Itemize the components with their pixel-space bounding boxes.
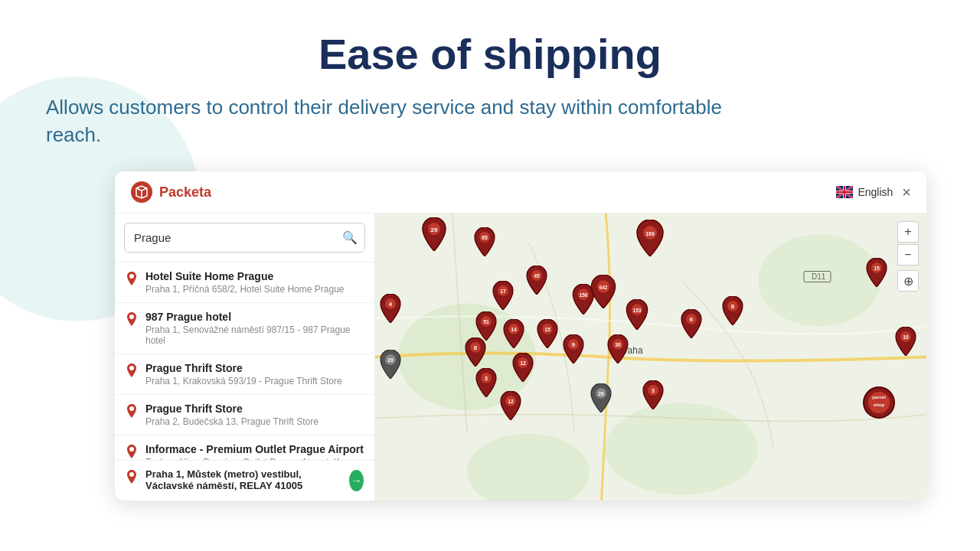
svg-text:15: 15 (874, 266, 880, 272)
location-icon (126, 272, 138, 287)
svg-text:158: 158 (580, 293, 588, 298)
shipping-widget: Packeta English × (115, 171, 926, 500)
map-pin[interactable]: 6 (680, 309, 703, 341)
packeta-logo: Packeta (130, 181, 211, 204)
map-pin[interactable]: 26 (590, 383, 612, 416)
svg-text:3: 3 (652, 388, 655, 395)
packeta-icon (130, 181, 153, 204)
svg-text:9: 9 (572, 342, 576, 349)
language-selector[interactable]: English (836, 186, 893, 198)
svg-text:6: 6 (690, 317, 694, 324)
page-subtitle: Allows customers to control their delive… (46, 93, 773, 149)
result-address: Praha 1, Krakovská 593/19 - Prague Thrif… (145, 376, 342, 386)
map-pin[interactable]: 10 (894, 327, 917, 359)
location-icon (126, 312, 138, 328)
map-pin[interactable]: 3 (475, 368, 498, 400)
map-pin[interactable]: 9 (562, 334, 585, 367)
zoom-in-button[interactable]: + (897, 221, 919, 243)
select-button[interactable]: → (349, 470, 364, 491)
map-panel[interactable]: • Praha D11 29 65 (375, 214, 926, 500)
map-pin[interactable]: 29 (379, 350, 402, 382)
svg-text:65: 65 (482, 236, 488, 241)
svg-text:153: 153 (633, 308, 642, 314)
uk-flag-icon (836, 186, 853, 198)
svg-text:3: 3 (485, 376, 488, 383)
map-pin[interactable]: 65 (473, 227, 496, 259)
svg-text:29: 29 (387, 358, 394, 364)
map-pin[interactable]: 8 (721, 296, 744, 328)
svg-text:642: 642 (599, 285, 608, 291)
svg-text:8: 8 (474, 345, 478, 352)
result-item[interactable]: 987 Prague hotel Praha 1, Senovážné námě… (115, 303, 374, 354)
results-list: Hotel Suite Home Prague Praha 1, Příčná … (115, 262, 374, 460)
result-name: 987 Prague hotel (145, 311, 364, 323)
result-address: Praha 1, Příčná 658/2, Hotel Suite Home … (145, 284, 344, 295)
packeta-brand-name: Packeta (159, 184, 211, 201)
map-pin[interactable]: 8 (464, 337, 487, 370)
svg-text:29: 29 (431, 227, 438, 233)
map-pin[interactable]: 4 (379, 294, 402, 326)
special-result-name: Praha 1, Můstek (metro) vestibul, Václav… (145, 468, 349, 491)
map-pin[interactable]: 15 (536, 319, 559, 351)
location-icon (126, 445, 138, 460)
result-item[interactable]: Informace - Premium Outlet Prague Airpor… (115, 435, 374, 460)
svg-text:8: 8 (731, 304, 735, 311)
svg-text:12: 12 (508, 399, 514, 405)
result-address: Praha 2, Budečská 13, Prague Thrift Stor… (145, 416, 318, 427)
map-pin[interactable]: 14 (502, 319, 525, 351)
result-item[interactable]: Hotel Suite Home Prague Praha 1, Příčná … (115, 262, 374, 303)
result-address: Praha 1, Senovážné náměstí 987/15 - 987 … (145, 324, 364, 346)
result-item[interactable]: Prague Thrift Store Praha 2, Budečská 13… (115, 395, 374, 435)
result-name: Prague Thrift Store (145, 362, 342, 374)
language-label: English (858, 186, 893, 198)
map-pin[interactable]: parcelshop (862, 386, 896, 427)
result-name: Hotel Suite Home Prague (145, 270, 344, 282)
map-pin[interactable]: 12 (499, 391, 522, 423)
svg-text:shop: shop (874, 403, 885, 407)
svg-text:10: 10 (903, 335, 909, 341)
search-icon: 🔍 (342, 230, 358, 245)
widget-header: Packeta English × (115, 171, 926, 214)
result-name: Prague Thrift Store (145, 403, 318, 415)
map-pin[interactable]: 45 (525, 266, 548, 298)
svg-text:45: 45 (534, 274, 540, 279)
map-pin[interactable]: 642 (590, 275, 617, 311)
location-icon (126, 470, 138, 485)
search-box: 🔍 (115, 214, 374, 262)
header-right: English × (836, 184, 911, 200)
svg-text:17: 17 (500, 289, 506, 295)
svg-text:15: 15 (544, 328, 550, 333)
svg-text:4: 4 (389, 302, 393, 308)
svg-text:12: 12 (520, 361, 526, 367)
svg-text:parcel: parcel (872, 395, 886, 399)
left-panel: 🔍 Hotel Suite Home Prague Praha 1, Příčn… (115, 214, 375, 500)
widget-body: 🔍 Hotel Suite Home Prague Praha 1, Příčn… (115, 214, 926, 500)
zoom-out-button[interactable]: − (897, 244, 919, 266)
map-pin[interactable]: 12 (511, 353, 534, 385)
map-pin[interactable]: 17 (492, 281, 514, 313)
result-item[interactable]: Prague Thrift Store Praha 1, Krakovská 5… (115, 354, 374, 395)
map-pin[interactable]: 3 (642, 380, 665, 412)
page-title: Ease of shipping (46, 31, 934, 78)
result-name: Informace - Premium Outlet Prague Airpor… (145, 443, 364, 455)
map-pin[interactable]: 153 (625, 299, 649, 333)
svg-text:36: 36 (615, 343, 621, 348)
svg-text:51: 51 (483, 320, 489, 325)
compass-button[interactable]: ⊕ (897, 270, 919, 292)
close-button[interactable]: × (902, 184, 911, 200)
special-result[interactable]: Praha 1, Můstek (metro) vestibul, Václav… (115, 460, 374, 500)
map-pin[interactable]: 36 (606, 334, 629, 367)
map-pin[interactable]: 15 (865, 258, 888, 290)
search-input[interactable] (124, 223, 365, 253)
map-pins-container: 29 65 168 15 45 (375, 214, 926, 500)
location-icon (126, 404, 138, 419)
map-pin[interactable]: 29 (421, 217, 447, 254)
svg-text:168: 168 (645, 231, 655, 236)
svg-text:26: 26 (598, 392, 604, 397)
svg-text:14: 14 (511, 328, 517, 333)
map-pin[interactable]: 168 (635, 220, 665, 259)
map-controls: + − ⊕ (897, 221, 919, 292)
location-icon (126, 364, 138, 379)
